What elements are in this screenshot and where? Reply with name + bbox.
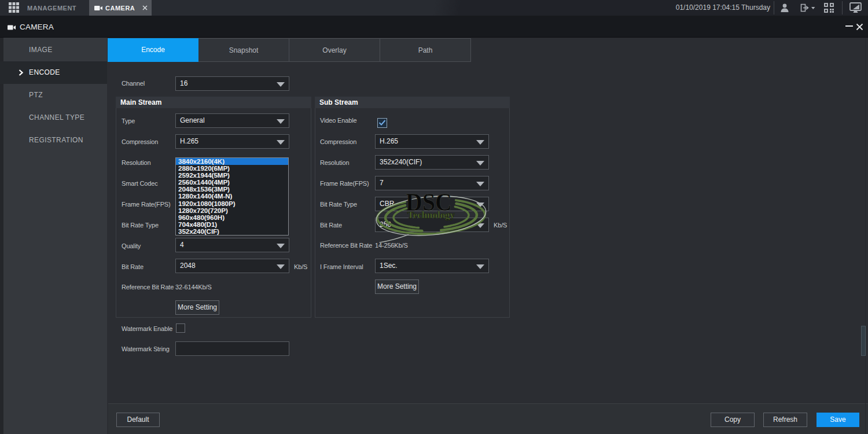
svg-text:Technology: Technology: [407, 209, 455, 220]
